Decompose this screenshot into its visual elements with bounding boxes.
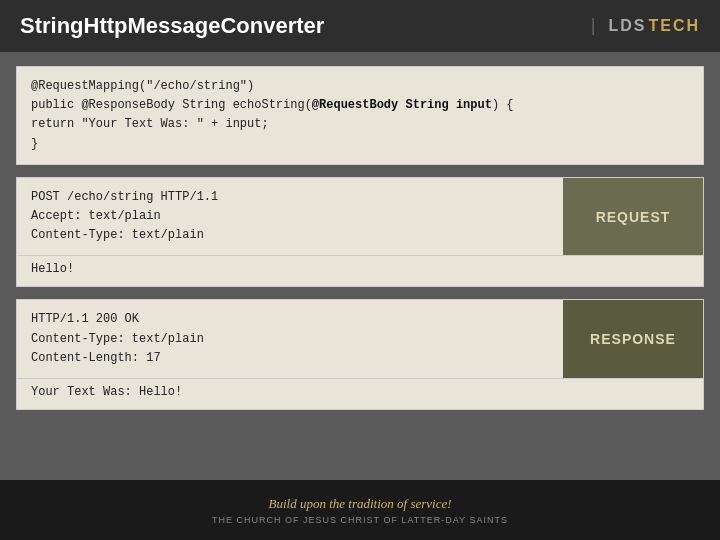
footer-org: The Church of Jesus Christ of Latter-day… xyxy=(212,515,508,525)
logo-divider: | xyxy=(588,16,599,36)
logo-tech: TECH xyxy=(648,17,700,35)
request-code: POST /echo/string HTTP/1.1 Accept: text/… xyxy=(17,178,563,256)
response-line-2: Content-Type: text/plain xyxy=(31,330,549,349)
request-label: REQUEST xyxy=(563,178,703,256)
code-line-1: @RequestMapping("/echo/string") xyxy=(31,77,689,96)
request-line-1: POST /echo/string HTTP/1.1 xyxy=(31,188,549,207)
code-line-2: public @ResponseBody String echoString(@… xyxy=(31,96,689,115)
response-line-3: Content-Length: 17 xyxy=(31,349,549,368)
page-title: StringHttpMessageConverter xyxy=(20,13,324,39)
response-block: HTTP/1.1 200 OK Content-Type: text/plain… xyxy=(16,299,704,410)
header: StringHttpMessageConverter | LDS TECH xyxy=(0,0,720,52)
request-block: POST /echo/string HTTP/1.1 Accept: text/… xyxy=(16,177,704,288)
logo-lds: LDS xyxy=(608,17,646,35)
code-block: @RequestMapping("/echo/string") public @… xyxy=(16,66,704,165)
request-body: Hello! xyxy=(17,255,703,286)
request-top: POST /echo/string HTTP/1.1 Accept: text/… xyxy=(17,178,703,256)
code-line-4: } xyxy=(31,135,689,154)
footer-tagline: Build upon the tradition of service! xyxy=(268,496,451,512)
main-content: @RequestMapping("/echo/string") public @… xyxy=(0,52,720,480)
code-line-3: return "Your Text Was: " + input; xyxy=(31,115,689,134)
response-label: RESPONSE xyxy=(563,300,703,378)
response-top: HTTP/1.1 200 OK Content-Type: text/plain… xyxy=(17,300,703,378)
response-line-1: HTTP/1.1 200 OK xyxy=(31,310,549,329)
logo-area: | LDS TECH xyxy=(588,16,700,36)
request-line-2: Accept: text/plain xyxy=(31,207,549,226)
request-line-3: Content-Type: text/plain xyxy=(31,226,549,245)
footer: Build upon the tradition of service! The… xyxy=(0,480,720,540)
response-code: HTTP/1.1 200 OK Content-Type: text/plain… xyxy=(17,300,563,378)
response-body: Your Text Was: Hello! xyxy=(17,378,703,409)
